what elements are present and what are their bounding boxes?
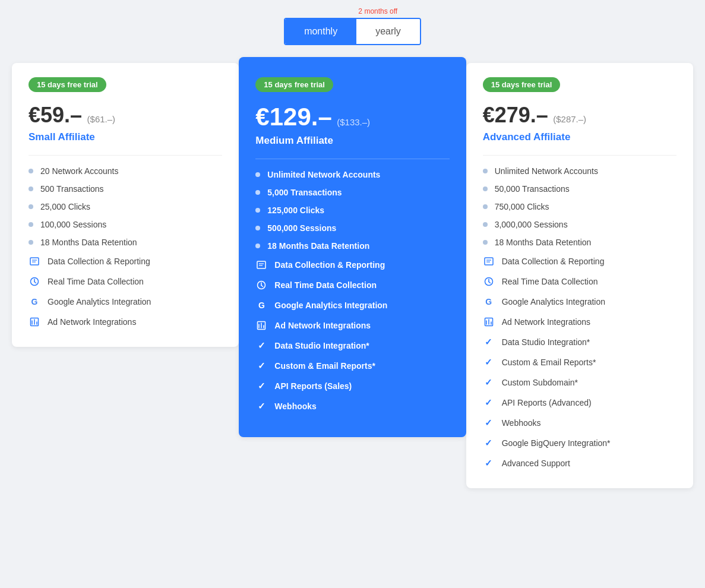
plan-name: Small Affiliate xyxy=(29,131,222,143)
dot-icon xyxy=(255,244,260,248)
feature-item: ✓ API Reports (Advanced) xyxy=(483,397,676,409)
clock-icon xyxy=(29,276,40,287)
feature-text: Real Time Data Collection xyxy=(502,277,598,286)
feature-item: Ad Network Integrations xyxy=(483,316,676,328)
svg-line-25 xyxy=(489,282,491,283)
yearly-toggle-btn[interactable]: yearly xyxy=(356,19,420,44)
svg-line-5 xyxy=(34,282,36,283)
feature-item: Data Collection & Reporting xyxy=(483,255,676,267)
free-trial-badge: 15 days free trial xyxy=(255,77,333,92)
svg-rect-10 xyxy=(257,261,265,268)
feature-text: API Reports (Advanced) xyxy=(502,398,592,407)
feature-item: ✓ Data Studio Integration* xyxy=(255,340,449,352)
check-icon: ✓ xyxy=(255,340,267,352)
dot-icon xyxy=(483,186,488,191)
feature-text: Unlimited Network Accounts xyxy=(495,166,598,176)
clock-icon xyxy=(255,279,267,291)
dot-icon xyxy=(29,186,33,191)
dot-icon xyxy=(255,208,260,213)
pricing-card-small: 15 days free trial €59.– ($61.–) Small A… xyxy=(12,63,239,347)
feature-text: 500 Transactions xyxy=(40,184,104,194)
svg-rect-20 xyxy=(485,258,493,265)
plan-name: Medium Affiliate xyxy=(255,135,449,147)
dot-icon xyxy=(255,226,260,230)
feature-item: 100,000 Sessions xyxy=(29,220,222,229)
feature-item: 750,000 Clicks xyxy=(483,202,676,211)
dot-icon xyxy=(483,169,488,173)
feature-item: Ad Network Integrations xyxy=(29,316,222,328)
feature-text: Data Collection & Reporting xyxy=(502,257,605,266)
feature-text: Custom & Email Reports* xyxy=(274,361,375,371)
feature-text: 125,000 Clicks xyxy=(267,206,324,215)
feature-text: Webhooks xyxy=(274,402,317,411)
feature-item: 125,000 Clicks xyxy=(255,206,449,215)
feature-item: Unlimited Network Accounts xyxy=(483,166,676,176)
price-row: €129.– ($133.–) xyxy=(255,103,449,131)
feature-text: Real Time Data Collection xyxy=(274,280,377,290)
feature-text: Advanced Support xyxy=(502,459,570,468)
feature-text: Data Studio Integration* xyxy=(502,337,590,347)
feature-item: Real Time Data Collection xyxy=(255,279,449,291)
feature-item: Real Time Data Collection xyxy=(29,276,222,287)
pricing-card-advanced: 15 days free trial €279.– ($287.–) Advan… xyxy=(466,63,693,488)
price-eur: €279.– xyxy=(483,103,548,127)
feature-text: 500,000 Sessions xyxy=(267,223,336,233)
feature-item: ✓ API Reports (Sales) xyxy=(255,380,449,392)
feature-text: 50,000 Transactions xyxy=(495,184,570,194)
feature-text: API Reports (Sales) xyxy=(274,381,352,391)
feature-text: Ad Network Integrations xyxy=(48,317,136,327)
feature-item: ✓ Data Studio Integration* xyxy=(483,336,676,348)
dot-icon xyxy=(255,190,260,195)
feature-text: 3,000,000 Sessions xyxy=(495,220,568,229)
feature-text: Webhooks xyxy=(502,418,541,428)
feature-item: G Google Analytics Integration xyxy=(255,299,449,311)
feature-item: Data Collection & Reporting xyxy=(29,255,222,267)
feature-list: Unlimited Network Accounts 5,000 Transac… xyxy=(255,170,449,412)
feature-item: 25,000 Clicks xyxy=(29,202,222,211)
feature-text: Data Collection & Reporting xyxy=(274,260,385,270)
divider xyxy=(255,159,449,159)
pricing-cards: 15 days free trial €59.– ($61.–) Small A… xyxy=(12,63,693,488)
dot-icon xyxy=(483,222,488,227)
dot-icon xyxy=(483,204,488,209)
feature-text: 18 Months Data Retention xyxy=(40,238,137,247)
price-usd: ($287.–) xyxy=(553,114,586,124)
dot-icon xyxy=(483,240,488,245)
feature-text: Ad Network Integrations xyxy=(274,321,371,330)
dot-icon xyxy=(29,240,33,245)
feature-item: ✓ Custom & Email Reports* xyxy=(255,360,449,372)
feature-item: Real Time Data Collection xyxy=(483,276,676,287)
dot-icon xyxy=(29,222,33,227)
billing-toggle-wrapper: 2 months off monthly yearly xyxy=(12,18,693,45)
feature-item: 500,000 Sessions xyxy=(255,223,449,233)
feature-item: G Google Analytics Integration xyxy=(29,296,222,308)
feature-item: 18 Months Data Retention xyxy=(483,238,676,247)
feature-text: 18 Months Data Retention xyxy=(495,238,592,247)
feature-item: Data Collection & Reporting xyxy=(255,259,449,271)
feature-text: 5,000 Transactions xyxy=(267,188,342,197)
page-wrapper: 2 months off monthly yearly 15 days free… xyxy=(12,12,693,494)
feature-list: Unlimited Network Accounts 50,000 Transa… xyxy=(483,166,676,469)
monthly-toggle-btn[interactable]: monthly xyxy=(285,19,356,44)
feature-text: Custom & Email Reports* xyxy=(502,358,596,367)
svg-line-15 xyxy=(261,286,263,287)
months-off-label: 2 months off xyxy=(358,7,397,15)
report-icon xyxy=(255,259,267,271)
feature-text: Custom Subdomain* xyxy=(502,378,578,387)
feature-text: Google BigQuery Integration* xyxy=(502,438,611,448)
feature-item: Unlimited Network Accounts xyxy=(255,170,449,179)
feature-item: ✓ Custom & Email Reports* xyxy=(483,356,676,368)
ad-network-icon xyxy=(255,320,267,331)
feature-item: ✓ Custom Subdomain* xyxy=(483,377,676,388)
feature-text: Data Collection & Reporting xyxy=(48,257,150,266)
feature-item: G Google Analytics Integration xyxy=(483,296,676,308)
plan-name: Advanced Affiliate xyxy=(483,131,676,143)
feature-text: Google Analytics Integration xyxy=(502,297,605,306)
price-row: €59.– ($61.–) xyxy=(29,103,222,128)
report-icon xyxy=(29,255,40,267)
price-usd: ($133.–) xyxy=(337,117,370,127)
feature-text: Google Analytics Integration xyxy=(48,297,151,306)
google-g-icon: G xyxy=(483,296,495,308)
feature-text: Ad Network Integrations xyxy=(502,317,590,327)
google-g-icon: G xyxy=(255,299,267,311)
